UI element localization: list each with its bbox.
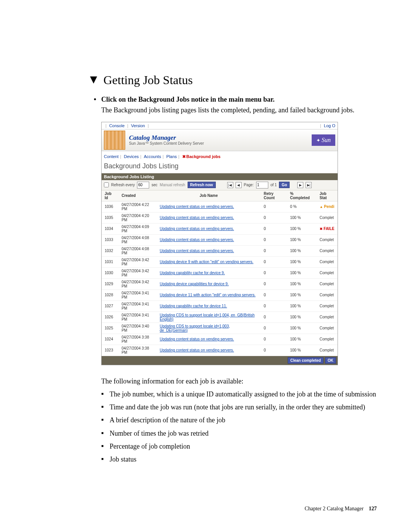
ss-footbar: Clean completed OK [102, 356, 338, 365]
refresh-seconds-input[interactable] [137, 182, 149, 189]
cell-jobid: 1023 [102, 345, 118, 356]
cell-jobname[interactable]: Updating capability cache for device 9. [157, 267, 261, 278]
cell-created: 04/27/2004 4:22 PM [118, 201, 156, 212]
cell-retry: 0 [261, 300, 287, 312]
cell-retry: 0 [261, 201, 287, 212]
cell-jobname[interactable]: Updating content status on vending serve… [157, 245, 261, 256]
nav-console[interactable]: Console [109, 123, 124, 128]
cell-jobid: 1024 [102, 334, 118, 345]
tab-accounts[interactable]: Accounts [144, 154, 161, 159]
page-label: Page: [244, 183, 254, 187]
cell-jobid: 1027 [102, 300, 118, 312]
th-jobname: Job Name [157, 190, 261, 201]
cell-pct: 100 % [287, 323, 317, 334]
last-page-icon[interactable]: ▶| [306, 182, 312, 188]
cell-jobname[interactable]: Updating CDS to support locale id=1,003,… [157, 323, 261, 334]
list-item: Job status [101, 455, 377, 464]
cell-jobname[interactable]: Updating content status on vending serve… [157, 345, 261, 356]
cell-created: 04/27/2004 3:38 PM [118, 334, 156, 345]
auto-refresh-checkbox[interactable] [104, 182, 109, 187]
ok-button[interactable]: OK [325, 357, 336, 364]
table-row: 103004/27/2004 3:42 PMUpdating capabilit… [102, 267, 338, 278]
prev-page-icon[interactable]: ◀ [236, 182, 242, 188]
page-input[interactable] [256, 182, 268, 189]
table-row: 102304/27/2004 3:38 PMUpdating content s… [102, 345, 338, 356]
cell-created: 04/27/2004 3:42 PM [118, 267, 156, 278]
cell-state: Complet [317, 289, 338, 300]
cell-jobname[interactable]: Updating content status on vending serve… [157, 334, 261, 345]
triangle-icon: ▼ [88, 72, 100, 86]
cell-pct: 100 % [287, 223, 317, 234]
cell-created: 04/27/2004 3:42 PM [118, 256, 156, 267]
table-row: 102404/27/2004 3:38 PMUpdating content s… [102, 334, 338, 345]
ss-topbar: | Console | Version | | Log O [102, 122, 338, 129]
sun-logo-icon: Sun [312, 134, 335, 146]
tab-background-jobs[interactable]: ✖Background jobs [182, 154, 221, 159]
cell-retry: 0 [261, 278, 287, 289]
tab-plans[interactable]: Plans [166, 154, 177, 159]
cell-jobid: 1035 [102, 212, 118, 223]
clean-completed-button[interactable]: Clean completed [288, 357, 323, 364]
cell-retry: 0 [261, 289, 287, 300]
cell-retry: 0 [261, 345, 287, 356]
list-item: Percentage of job completion [101, 442, 377, 451]
cell-created: 04/27/2004 3:42 PM [118, 278, 156, 289]
refresh-now-button[interactable]: Refresh now [188, 182, 216, 188]
cell-pct: 100 % [287, 312, 317, 323]
cell-state: Complet [317, 300, 338, 312]
embedded-screenshot: | Console | Version | | Log O Catalog Ma… [101, 122, 338, 365]
tab-devices[interactable]: Devices [124, 154, 139, 159]
step-title: Click on the Background Jobs notice in t… [101, 95, 377, 104]
tab-content[interactable]: Content [104, 154, 119, 159]
first-page-icon[interactable]: |◀ [227, 182, 233, 188]
footer-page-number: 127 [369, 506, 377, 511]
cell-retry: 0 [261, 334, 287, 345]
cell-jobid: 1028 [102, 289, 118, 300]
cell-pct: 100 % [287, 256, 317, 267]
jobs-table: Job Id Created Job Name Retry Count % Co… [102, 190, 338, 356]
info-intro: The following information for each job i… [101, 377, 377, 386]
table-row: 103404/27/2004 4:09 PMUpdating content s… [102, 223, 338, 234]
cell-state: FAILE [317, 223, 338, 234]
th-jobid: Job Id [102, 190, 118, 201]
cell-jobid: 1031 [102, 256, 118, 267]
cell-jobname[interactable]: Updating content status on vending serve… [157, 223, 261, 234]
list-item: A brief description of the nature of the… [101, 415, 377, 425]
refresh-every-label: Refresh every [111, 183, 135, 187]
sec-label: sec [151, 183, 158, 187]
go-button[interactable]: Go [279, 182, 290, 188]
nav-version[interactable]: Version [131, 123, 145, 128]
table-row: 102504/27/2004 3:40 PMUpdating CDS to su… [102, 323, 338, 334]
cell-jobname[interactable]: Updating device 9 with action "edit" on … [157, 256, 261, 267]
table-row: 103104/27/2004 3:42 PMUpdating device 9 … [102, 256, 338, 267]
cell-state: Complet [317, 334, 338, 345]
cell-jobname[interactable]: Updating capability cache for device 11. [157, 300, 261, 312]
cell-jobname[interactable]: Updating content status on vending serve… [157, 234, 261, 245]
cell-jobname[interactable]: Updating device capabilities for device … [157, 278, 261, 289]
cell-jobid: 1030 [102, 267, 118, 278]
table-row: 103304/27/2004 4:08 PMUpdating content s… [102, 234, 338, 245]
nav-logout[interactable]: Log O [324, 123, 335, 128]
table-row: 102804/27/2004 3:41 PMUpdating device 11… [102, 289, 338, 300]
cell-jobname[interactable]: Updating content status on vending serve… [157, 212, 261, 223]
cell-pct: 100 % [287, 289, 317, 300]
cell-pct: 100 % [287, 345, 317, 356]
cell-state: Pendi [317, 201, 338, 212]
table-row: 103504/27/2004 4:20 PMUpdating content s… [102, 212, 338, 223]
cell-jobname[interactable]: Updating device 11 with action "edit" on… [157, 289, 261, 300]
cell-jobid: 1034 [102, 223, 118, 234]
cell-created: 04/27/2004 3:41 PM [118, 289, 156, 300]
cell-jobname[interactable]: Updating CDS to support locale id=1,004,… [157, 312, 261, 323]
next-page-icon[interactable]: ▶ [297, 182, 303, 188]
cell-state: Complet [317, 212, 338, 223]
app-title: Catalog Manager [129, 134, 204, 142]
cell-retry: 0 [261, 234, 287, 245]
cell-pct: 0 % [287, 201, 317, 212]
manual-label: Manual refresh [160, 183, 185, 187]
app-subtitle: Sun Java™ System Content Delivery Server [129, 141, 204, 145]
cell-jobname[interactable]: Updating content status on vending serve… [157, 201, 261, 212]
cell-pct: 100 % [287, 334, 317, 345]
cell-retry: 0 [261, 212, 287, 223]
th-created: Created [118, 190, 156, 201]
ss-tabs: Content| Devices| Accounts| Plans| ✖Back… [102, 151, 338, 161]
